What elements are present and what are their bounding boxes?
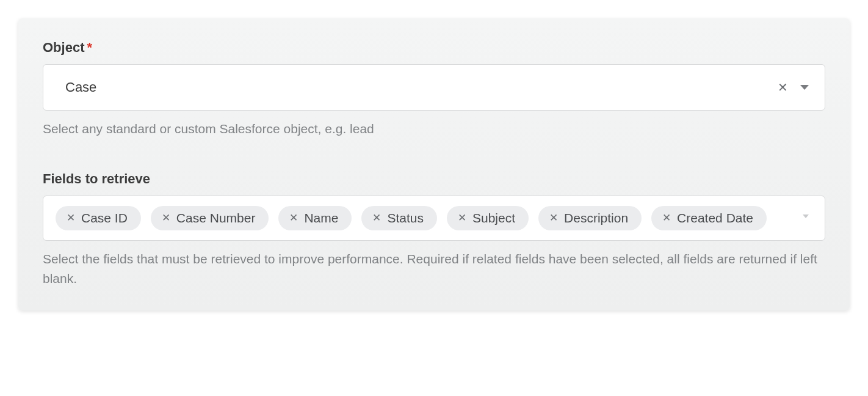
chip-label: Status (387, 211, 424, 226)
object-field-group: Object* Case ✕ Select any standard or cu… (43, 40, 825, 139)
object-select-value: Case (65, 79, 96, 95)
fields-label: Fields to retrieve (43, 171, 825, 187)
chevron-down-icon[interactable] (800, 85, 809, 90)
chevron-down-icon[interactable] (803, 215, 809, 218)
chip-label: Created Date (677, 211, 753, 226)
close-icon[interactable]: ✕ (372, 213, 381, 223)
chip-case-number[interactable]: ✕ Case Number (151, 206, 269, 230)
object-label: Object* (43, 40, 825, 56)
form-panel: Object* Case ✕ Select any standard or cu… (18, 18, 850, 310)
close-icon[interactable]: ✕ (289, 213, 298, 223)
fields-multiselect[interactable]: ✕ Case ID ✕ Case Number ✕ Name ✕ Status … (43, 196, 825, 241)
object-select[interactable]: Case ✕ (43, 64, 825, 111)
fields-field-group: Fields to retrieve ✕ Case ID ✕ Case Numb… (43, 171, 825, 289)
object-select-controls: ✕ (778, 81, 809, 94)
required-indicator: * (87, 40, 92, 55)
chip-container: ✕ Case ID ✕ Case Number ✕ Name ✕ Status … (56, 206, 795, 230)
close-icon[interactable]: ✕ (549, 213, 558, 223)
chip-subject[interactable]: ✕ Subject (447, 206, 529, 230)
chip-label: Case Number (176, 211, 256, 226)
chip-label: Description (564, 211, 628, 226)
chip-label: Name (304, 211, 338, 226)
chip-label: Case ID (81, 211, 128, 226)
close-icon[interactable]: ✕ (67, 213, 75, 223)
chip-description[interactable]: ✕ Description (538, 206, 642, 230)
close-icon[interactable]: ✕ (662, 213, 671, 223)
object-label-text: Object (43, 40, 84, 55)
chip-created-date[interactable]: ✕ Created Date (651, 206, 767, 230)
clear-icon[interactable]: ✕ (778, 81, 788, 94)
chip-status[interactable]: ✕ Status (361, 206, 437, 230)
chip-label: Subject (472, 211, 515, 226)
object-help-text: Select any standard or custom Salesforce… (43, 119, 825, 139)
fields-caret-column (795, 206, 812, 218)
chip-case-id[interactable]: ✕ Case ID (56, 206, 141, 230)
chip-name[interactable]: ✕ Name (278, 206, 352, 230)
fields-help-text: Select the fields that must be retrieved… (43, 249, 825, 289)
close-icon[interactable]: ✕ (458, 213, 466, 223)
close-icon[interactable]: ✕ (162, 213, 170, 223)
